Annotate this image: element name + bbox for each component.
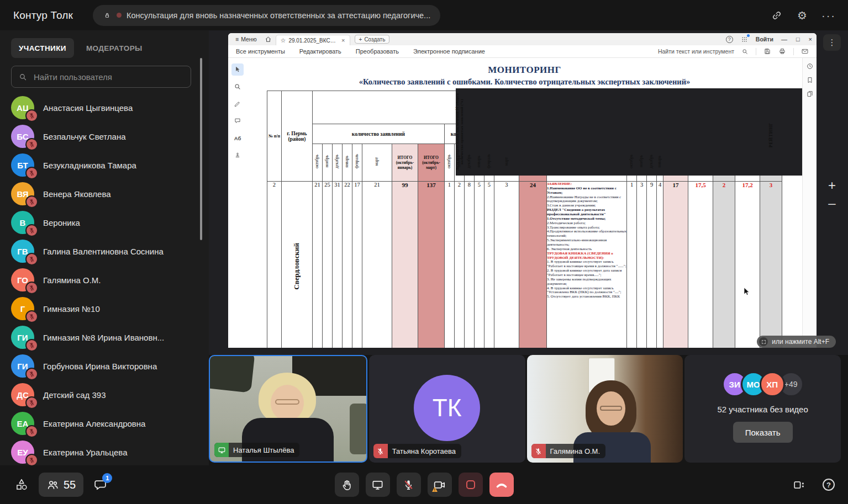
data-cell: 3 <box>494 182 519 348</box>
print-icon[interactable] <box>778 47 786 55</box>
more-options-icon[interactable]: ··· <box>821 10 836 21</box>
raise-hand-button[interactable] <box>335 473 359 497</box>
history-clock-icon[interactable] <box>806 62 814 70</box>
menu-item-convert[interactable]: Преобразовать <box>356 48 399 55</box>
pdf-document-tab[interactable]: ☆ 29.01.2025_ВКС_П... × <box>276 35 350 45</box>
header-cell: февраль <box>352 144 362 182</box>
pages-panel-icon[interactable] <box>806 90 814 98</box>
list-item[interactable]: ГИ Гимназия №8 Ирина Ивановн... <box>0 323 209 352</box>
help-icon[interactable]: ? <box>823 479 835 491</box>
layout-view-icon[interactable] <box>792 478 806 492</box>
mouse-cursor <box>743 287 752 296</box>
list-item[interactable]: В Вероника <box>0 208 209 237</box>
list-item[interactable]: БС Безпальчук Светлана <box>0 122 209 151</box>
screen-share-badge-icon <box>214 443 229 457</box>
minimize-icon[interactable]: — <box>781 36 787 43</box>
menu-item-all-tools[interactable]: Все инструменты <box>236 48 285 55</box>
avatar: ГВ <box>11 240 34 263</box>
monitor-icon <box>371 479 384 491</box>
mic-muted-badge-icon <box>25 310 38 323</box>
video-tile-galyamina[interactable]: Галямина О.М. <box>527 355 683 463</box>
mic-muted-badge-icon <box>25 396 38 409</box>
microphone-button[interactable] <box>397 473 421 497</box>
sidebar-scrollbar[interactable] <box>200 58 202 240</box>
search-icon[interactable] <box>741 48 749 55</box>
leave-call-button[interactable] <box>489 473 514 497</box>
menu-item-edit[interactable]: Редактировать <box>299 48 341 55</box>
pen-tool-icon[interactable] <box>231 98 244 110</box>
participant-name: Галина Валентиновна Соснина <box>43 247 164 256</box>
participant-name: Безукладникова Тамара <box>43 161 136 170</box>
comment-tool-icon[interactable] <box>231 115 244 127</box>
zoom-in-button[interactable]: + <box>824 178 840 193</box>
show-participants-button[interactable]: Показать <box>733 422 793 443</box>
pointer-tool-icon[interactable] <box>231 63 244 76</box>
data-cell: 137 <box>418 182 444 348</box>
pdf-menu-button[interactable]: ≡Меню <box>231 33 261 45</box>
video-tile-tk[interactable]: ТК Татьяна Коротаева <box>369 355 525 463</box>
avatar-initials: Г <box>20 304 25 314</box>
list-item[interactable]: ГИ Горбунова Ирина Викторовна <box>0 352 209 380</box>
create-label: Создать <box>364 36 385 43</box>
avatar: ТК <box>414 375 480 441</box>
list-item[interactable]: ЕА Екатерина Александровна <box>0 409 209 438</box>
doc-subtitle: «Количество заявлений с ошибками. Количе… <box>247 77 802 87</box>
bookmark-icon[interactable] <box>806 76 814 84</box>
avatar: ХП <box>760 372 785 397</box>
list-item[interactable]: АЦ Анастасия Цыгвинцева <box>0 93 209 122</box>
mail-icon[interactable] <box>801 47 809 55</box>
list-item[interactable]: ВЯ Венера Яковлева <box>0 179 209 208</box>
camera-button[interactable] <box>428 473 452 497</box>
restore-icon[interactable]: □ <box>796 36 800 43</box>
share-zoom-controls: + – <box>824 178 840 210</box>
text-tool-icon[interactable]: Аб <box>231 132 244 144</box>
pdf-help-icon[interactable]: ? <box>726 36 733 43</box>
copy-link-icon[interactable] <box>771 9 783 22</box>
share-more-options-icon[interactable]: ⋮ <box>823 34 841 51</box>
list-item[interactable]: ДС Детский сад 393 <box>0 380 209 409</box>
settings-gear-icon[interactable]: ⚙ <box>797 10 807 21</box>
whiteboard-shapes-icon[interactable] <box>14 478 29 492</box>
avatar: БТ <box>11 153 34 177</box>
participant-name: Анастасия Цыгвинцева <box>43 103 133 113</box>
data-cell: 17 <box>663 182 688 348</box>
list-item[interactable]: БТ Безукладникова Тамара <box>0 151 209 179</box>
stamp-tool-icon[interactable] <box>231 149 244 161</box>
participants-button[interactable]: 55 <box>39 473 83 497</box>
pdf-home-button[interactable] <box>261 33 276 45</box>
search-input[interactable] <box>33 72 184 82</box>
avatar-initials: В <box>20 218 26 227</box>
list-item[interactable]: ЕУ Екатерина Уральцева <box>0 438 209 465</box>
menu-item-esign[interactable]: Электронное подписание <box>413 48 485 55</box>
zoom-tool-icon[interactable] <box>231 81 244 93</box>
video-tile-speaker[interactable]: Наталья Штылёва <box>209 355 367 463</box>
chat-button[interactable]: 1 <box>93 478 107 492</box>
zoom-out-button[interactable]: – <box>824 196 840 210</box>
tab-moderators[interactable]: МОДЕРАТОРЫ <box>78 38 150 58</box>
list-item[interactable]: Г Гимназия №10 <box>0 294 209 323</box>
mic-muted-badge-icon <box>25 167 38 179</box>
close-window-icon[interactable]: × <box>809 36 812 43</box>
record-icon <box>466 480 475 489</box>
avatar: ЕУ <box>11 441 34 464</box>
close-tab-icon[interactable]: × <box>341 37 345 44</box>
header-cell: ИТОГО (октябрь-март) <box>418 144 444 182</box>
participant-name: Галямина О.М. <box>546 447 606 455</box>
list-item[interactable]: ГВ Галина Валентиновна Соснина <box>0 237 209 266</box>
list-item[interactable]: ГО Галямина О.М. <box>0 266 209 294</box>
data-cell: 24 <box>519 182 546 348</box>
save-icon[interactable] <box>763 47 771 55</box>
screen-share-button[interactable] <box>366 473 390 497</box>
meeting-title-pill[interactable]: Консультация для вновь назначенных ответ… <box>93 5 440 26</box>
pdf-login-button[interactable]: Войти <box>756 36 773 43</box>
pdf-create-button[interactable]: +Создать <box>355 35 390 44</box>
participant-name: Татьяна Коротаева <box>388 447 461 455</box>
apps-grid-icon[interactable] <box>741 36 748 43</box>
tab-participants[interactable]: УЧАСТНИКИ <box>11 38 74 58</box>
record-button[interactable] <box>459 473 483 497</box>
hint-text: или нажмите Alt+F <box>772 338 829 346</box>
person-silhouette <box>275 399 299 405</box>
search-user-box[interactable] <box>11 66 191 88</box>
data-cell: 31 <box>332 182 342 348</box>
pdf-search-label[interactable]: Найти текст или инструмент <box>658 48 734 55</box>
